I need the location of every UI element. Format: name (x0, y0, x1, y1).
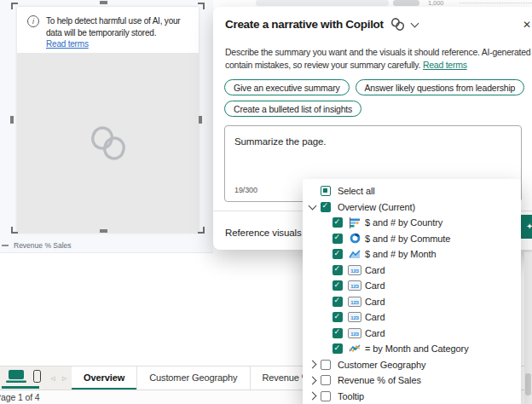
power-bi-report-screen: 1,000 i To help detect harmful use of AI… (0, 0, 532, 404)
selection-handle[interactable] (11, 3, 18, 9)
group-checkbox[interactable] (321, 391, 331, 401)
prev-page-icon[interactable]: ◃ (50, 372, 55, 384)
scrollbar-thumb[interactable] (525, 373, 531, 395)
visual-checkbox[interactable] (332, 249, 343, 259)
mobile-view-icon[interactable] (33, 370, 41, 383)
reference-visuals-dropdown: Select all Overview (Current) $ and # by… (303, 179, 521, 404)
suggestion-bulleted-insights[interactable]: Create a bulleted list of insights (224, 101, 361, 117)
suggestion-executive-summary[interactable]: Give an executive summary (224, 79, 350, 95)
svg-text:123: 123 (350, 331, 359, 336)
visual-checkbox[interactable] (332, 343, 343, 354)
group-checkbox[interactable] (321, 202, 331, 212)
dialog-title: Create a narrative with Copilot (225, 18, 384, 31)
visual-checkbox[interactable] (332, 312, 343, 322)
selection-handle[interactable] (198, 3, 205, 9)
chevron-right-icon[interactable] (308, 376, 316, 384)
page-group-row[interactable]: Revenue % of Sales (303, 372, 521, 389)
chevron-right-icon[interactable] (308, 361, 316, 369)
visual-row[interactable]: 123 Card (303, 326, 521, 342)
visual-row[interactable]: 123 Card (303, 278, 521, 294)
visual-placeholder (17, 53, 199, 233)
visual-row[interactable]: 123 Card (303, 309, 521, 326)
card-icon: 123 (348, 296, 361, 307)
web-view-icon[interactable] (6, 370, 26, 384)
chevron-down-icon[interactable] (308, 201, 316, 210)
view-switcher: ◃ ▹ (0, 366, 72, 390)
selection-handle[interactable] (199, 116, 202, 124)
selection-handle[interactable] (198, 227, 205, 234)
page-indicator: Page 1 of 4 (0, 392, 40, 402)
svg-text:123: 123 (350, 299, 359, 304)
copilot-icon (390, 18, 405, 31)
close-icon[interactable]: ✕ (523, 20, 531, 30)
donut-chart-icon (348, 233, 361, 244)
svg-text:123: 123 (350, 268, 359, 273)
card-icon: 123 (348, 312, 361, 323)
visual-row[interactable]: = by Month and Category (303, 341, 521, 357)
visual-checkbox[interactable] (332, 280, 343, 291)
visual-checkbox[interactable] (332, 234, 343, 244)
prompt-value: Summarize the page. (234, 136, 326, 147)
info-icon: i (27, 15, 39, 27)
svg-text:123: 123 (350, 315, 359, 320)
active-view-underline (2, 386, 39, 389)
char-counter: 19/300 (234, 186, 257, 194)
combo-chart-icon (348, 343, 361, 355)
svg-text:123: 123 (350, 284, 359, 289)
chart-gridline (460, 3, 532, 3)
copilot-logo-icon (89, 126, 128, 160)
group-checkbox[interactable] (321, 360, 331, 370)
selection-handle[interactable] (100, 1, 107, 4)
visual-checkbox[interactable] (332, 265, 343, 275)
visual-checkbox[interactable] (332, 217, 343, 228)
group-checkbox[interactable] (321, 375, 331, 385)
selection-handle[interactable] (11, 227, 18, 234)
area-chart-icon (348, 249, 361, 260)
select-all-checkbox[interactable] (321, 186, 331, 196)
tab-customer-geography[interactable]: Customer Geography (137, 366, 250, 390)
visual-row[interactable]: $ and # by Month (303, 246, 521, 263)
visual-row[interactable]: 123 Card (303, 294, 521, 310)
visual-caption: Revenue % Sales (2, 241, 72, 250)
page-group-row[interactable]: Tooltip (303, 389, 521, 404)
page-group-row[interactable]: Overview (Current) (303, 199, 521, 216)
reference-visuals-label: Reference visuals (225, 228, 302, 238)
card-icon: 123 (348, 280, 361, 291)
visual-row[interactable]: $ and # by Country (303, 215, 521, 231)
selection-handle[interactable] (100, 229, 107, 233)
read-terms-link[interactable]: Read terms (423, 60, 467, 70)
chart-scrollbar-track[interactable] (256, 0, 389, 6)
card-icon: 123 (348, 264, 361, 275)
selection-handle[interactable] (10, 116, 14, 124)
read-terms-link[interactable]: Read terms (46, 39, 89, 49)
dash-icon (2, 245, 9, 246)
visual-row[interactable]: $ and # by Commute (303, 231, 521, 247)
chart-axis-tick: 1,000 (428, 0, 443, 7)
chevron-right-icon[interactable] (308, 392, 316, 401)
suggestion-pills: Give an executive summary Answer likely … (224, 79, 532, 117)
chevron-down-icon[interactable] (410, 19, 419, 27)
card-icon: 123 (348, 327, 361, 338)
scrollbar[interactable] (524, 252, 532, 404)
visual-checkbox[interactable] (332, 328, 343, 338)
sparkle-icon: ✦ (526, 222, 532, 231)
chart-scrollbar-thumb[interactable] (393, 0, 419, 6)
next-page-icon[interactable]: ▹ (62, 372, 66, 384)
page-group-row[interactable]: Customer Geography (303, 357, 521, 373)
bar-chart-icon (348, 217, 361, 228)
ai-data-notice: To help detect harmful use of AI, your d… (46, 15, 181, 50)
visual-row[interactable]: 123 Card (303, 263, 521, 279)
select-all-row[interactable]: Select all (303, 183, 521, 199)
suggestion-likely-questions[interactable]: Answer likely questions from leadership (356, 79, 525, 95)
tab-overview[interactable]: Overview (72, 366, 137, 390)
visual-checkbox[interactable] (332, 297, 343, 307)
dialog-description: Describe the summary you want and the vi… (225, 46, 532, 72)
